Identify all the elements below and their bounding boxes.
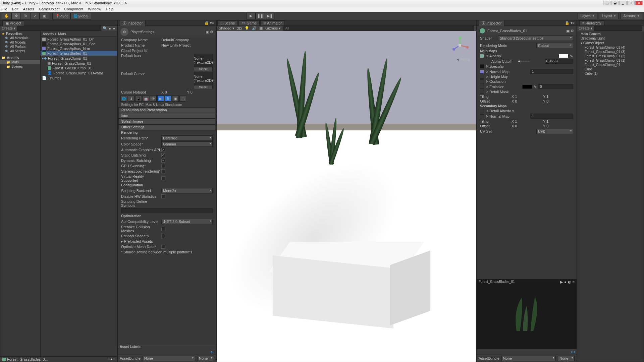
eyedropper-icon[interactable]: ✎	[534, 85, 537, 89]
list-item[interactable]: ▸◆Forest_GrassClump_01	[41, 56, 117, 61]
stereo-checkbox[interactable]	[161, 169, 165, 173]
section-other[interactable]: Other Settings	[118, 124, 215, 130]
gpu-skin-checkbox[interactable]	[161, 164, 165, 168]
shaded-dropdown[interactable]: Shaded ▾	[219, 26, 234, 31]
list-item[interactable]: Forest_GrassClump_01	[41, 66, 117, 70]
list-item[interactable]: ▦Forest_GrassClump_01	[41, 61, 117, 66]
product-name[interactable]: New Unity Project	[161, 43, 213, 47]
persp-label[interactable]: ◄ Persp	[456, 57, 470, 61]
move-tool[interactable]: ✥	[11, 13, 21, 19]
menu-file[interactable]: File	[1, 7, 7, 11]
api-compat-dropdown[interactable]: .NET 2.0 Subset	[161, 219, 213, 224]
gizmos-dropdown[interactable]: Gizmos ▾	[265, 26, 281, 31]
tiling-y[interactable]: Y 1	[543, 95, 573, 99]
assetbundle-variant-dropdown[interactable]: None	[197, 356, 214, 361]
rotate-tool[interactable]: ↻	[21, 13, 30, 19]
rect-tool[interactable]: ▣	[40, 13, 49, 19]
hierarchy-create[interactable]: Create ▾	[579, 26, 593, 31]
2d-toggle[interactable]: 2D	[237, 26, 242, 31]
bc-assets[interactable]: Assets	[43, 32, 54, 36]
section-icon[interactable]: Icon	[118, 113, 215, 119]
default-cursor-slot[interactable]: None (Texture2D)	[194, 72, 213, 85]
eyedropper-icon[interactable]: ✎	[570, 54, 573, 58]
list-item[interactable]: 👤Forest_GrassClump_01Avatar	[41, 70, 117, 75]
platform-android-icon[interactable]: 🤖	[143, 96, 149, 102]
orientation-gizmo[interactable]	[450, 35, 470, 55]
normal-strength[interactable]	[530, 69, 573, 74]
project-tab[interactable]: ▣ Project	[2, 20, 24, 26]
hierarchy-item[interactable]: Main Camera	[578, 32, 643, 36]
scene-tab[interactable]: ⬚ Scene	[217, 20, 238, 26]
hierarchy-item[interactable]: Cube	[578, 67, 643, 71]
hierarchy-tab[interactable]: ≡ Hierarchy	[579, 20, 604, 25]
audio-toggle-icon[interactable]: 🔊	[252, 26, 257, 31]
layers-dropdown[interactable]: Layers	[578, 13, 597, 19]
prebake-checkbox[interactable]	[161, 227, 165, 231]
mat-assetbundle-variant[interactable]: None	[558, 356, 575, 361]
hierarchy-item[interactable]: Forest_GrassClump_01 (3)	[578, 50, 643, 54]
fav-all-scripts[interactable]: All Scripts	[0, 49, 40, 53]
list-item[interactable]: 📄Thumbs	[41, 75, 117, 80]
list-item[interactable]: Forest_GrassAplhas_01_Dif	[41, 37, 117, 42]
offset-x[interactable]: X 0	[512, 99, 542, 103]
label-tag-icon[interactable]: 🏷	[210, 350, 214, 354]
account-dropdown[interactable]: Account	[621, 13, 642, 19]
folder-mats[interactable]: Mats	[0, 60, 40, 64]
hierarchy-item[interactable]: Directional Light	[578, 36, 643, 41]
secondary-normal-slot[interactable]	[480, 114, 484, 118]
label-tag-icon[interactable]: 🏷	[571, 350, 575, 354]
emission-texture-slot[interactable]	[480, 85, 484, 89]
fav-all-prefabs[interactable]: All Prefabs	[0, 45, 40, 49]
separate-icon[interactable]: ⬚	[603, 1, 610, 5]
static-batch-checkbox[interactable]	[161, 153, 165, 157]
define-symbols-input[interactable]	[121, 208, 213, 213]
pause-button[interactable]: ❚❚	[256, 13, 265, 19]
platform-ios-icon[interactable]: 📱	[135, 96, 142, 102]
inspector2-tab[interactable]: ⓘ Inspector	[479, 20, 504, 26]
folder-scenes[interactable]: Scenes	[0, 64, 40, 69]
color-space-dropdown[interactable]: Gamma	[161, 141, 213, 147]
platform-download-icon[interactable]: ⬇	[128, 96, 135, 102]
maximize-button[interactable]: □	[627, 1, 635, 5]
separate-icon[interactable]: ⬓	[611, 1, 619, 5]
select-cursor-button[interactable]: Select	[194, 85, 213, 89]
scene-search[interactable]	[283, 26, 474, 31]
detail-albedo-slot[interactable]	[480, 109, 484, 113]
platform-samsung-icon[interactable]: ▣	[172, 96, 179, 102]
disable-hw-checkbox[interactable]	[161, 194, 165, 198]
layout-dropdown[interactable]: Layout	[599, 13, 619, 19]
menu-component[interactable]: Component	[64, 7, 83, 11]
vr-checkbox[interactable]	[161, 176, 165, 180]
preview-menu-icon[interactable]: ≡	[573, 280, 575, 284]
occlusion-texture-slot[interactable]	[480, 79, 484, 83]
cursor-x[interactable]: X 0	[161, 90, 187, 94]
menu-edit[interactable]: Edit	[12, 7, 18, 11]
bc-mats[interactable]: Mats	[58, 32, 66, 36]
hierarchy-item[interactable]: Forest_GrassClump_01 (4)	[578, 45, 643, 50]
platform-standalone-icon[interactable]: ▶	[157, 96, 164, 102]
fav-all-models[interactable]: All Models	[0, 40, 40, 45]
search-filter-icon[interactable]: 🔍	[103, 26, 107, 31]
filter-by-type-icon[interactable]: ●	[109, 26, 111, 31]
minimize-button[interactable]: _	[619, 1, 627, 5]
hierarchy-item[interactable]: Forest_GrassClump_01 (1)	[578, 58, 643, 63]
preload-shaders-checkbox[interactable]	[161, 234, 165, 238]
preview-shape-icon[interactable]: ◐	[568, 280, 571, 284]
uvset-dropdown[interactable]: UV0	[536, 129, 573, 134]
global-toggle[interactable]: 🌐Global	[70, 13, 91, 19]
scale-tool[interactable]: ⤢	[30, 13, 40, 19]
favorites-header[interactable]: Favorites	[0, 31, 40, 36]
hierarchy-item[interactable]: Cube (1)	[578, 71, 643, 76]
preview-light-icon[interactable]: ●	[564, 280, 567, 284]
dyn-batch-checkbox[interactable]	[161, 159, 165, 163]
tiling-x[interactable]: X 1	[512, 95, 542, 99]
list-item[interactable]: Forest_GrassAplhas_Nrm	[41, 46, 117, 51]
platform-tizen-icon[interactable]: 👁	[150, 96, 157, 102]
assets-root[interactable]: Assets	[0, 55, 40, 60]
fx-toggle-icon[interactable]: ▦	[259, 26, 263, 31]
hand-tool[interactable]: ✋	[2, 13, 11, 19]
inspector1-tab[interactable]: ⓘ Inspector	[120, 20, 146, 26]
lighting-toggle-icon[interactable]: 💡	[245, 26, 249, 31]
menu-window[interactable]: Window	[88, 7, 101, 11]
platform-web-icon[interactable]: 🌐	[120, 96, 127, 102]
